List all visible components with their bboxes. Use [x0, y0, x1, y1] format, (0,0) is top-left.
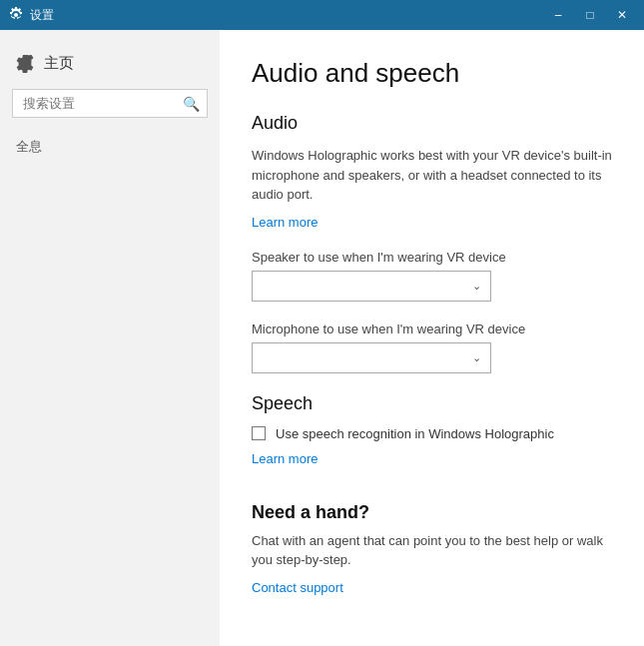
speech-learn-more-link[interactable]: Learn more	[252, 451, 318, 466]
sidebar-home-label: 主页	[44, 54, 74, 73]
need-help-description: Chat with an agent that can point you to…	[252, 531, 612, 570]
title-bar-text: 设置	[30, 7, 544, 24]
app-body: 主页 🔍 全息 Audio and speech Audio Windows H…	[0, 30, 644, 646]
need-help-title: Need a hand?	[252, 502, 612, 523]
speaker-dropdown-label: Speaker to use when I'm wearing VR devic…	[252, 250, 612, 265]
speech-recognition-row: Use speech recognition in Windows Hologr…	[252, 426, 612, 441]
maximize-button[interactable]: □	[576, 5, 604, 25]
audio-section-title: Audio	[252, 113, 612, 134]
main-panel: Audio and speech Audio Windows Holograph…	[220, 30, 644, 646]
audio-learn-more-link[interactable]: Learn more	[252, 215, 318, 230]
contact-support-link[interactable]: Contact support	[252, 580, 343, 595]
audio-description: Windows Holographic works best with your…	[252, 146, 612, 205]
mic-dropdown-label: Microphone to use when I'm wearing VR de…	[252, 322, 612, 336]
sidebar-home-item[interactable]: 主页	[0, 46, 220, 81]
speech-recognition-checkbox[interactable]	[252, 426, 266, 440]
minimize-button[interactable]: –	[544, 5, 572, 25]
search-box-wrapper: 🔍	[12, 89, 208, 118]
sidebar: 主页 🔍 全息	[0, 30, 220, 646]
speech-recognition-label: Use speech recognition in Windows Hologr…	[276, 426, 554, 441]
gear-icon	[16, 55, 34, 73]
title-bar: 设置 – □ ✕	[0, 0, 644, 30]
title-bar-controls: – □ ✕	[544, 5, 636, 25]
settings-window-icon	[8, 7, 24, 23]
speaker-dropdown[interactable]	[252, 271, 491, 302]
speaker-dropdown-wrapper: ⌄	[252, 271, 491, 302]
page-title: Audio and speech	[252, 58, 612, 89]
search-input[interactable]	[12, 89, 208, 118]
search-icon: 🔍	[183, 96, 200, 112]
mic-dropdown[interactable]	[252, 342, 491, 373]
mic-dropdown-wrapper: ⌄	[252, 342, 491, 373]
speech-section-title: Speech	[252, 393, 612, 414]
close-button[interactable]: ✕	[608, 5, 636, 25]
sidebar-section-label: 全息	[0, 134, 220, 160]
